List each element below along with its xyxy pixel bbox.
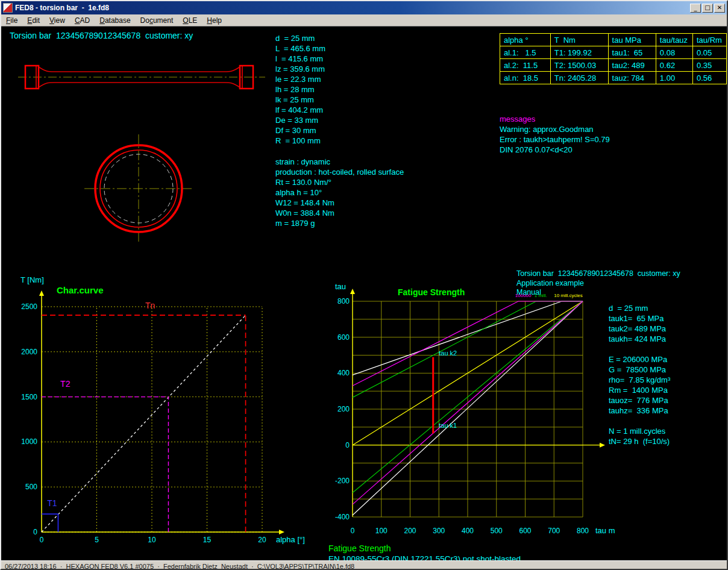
svg-text:-400: -400: [335, 513, 350, 521]
table-header-row: alpha ° T Nm tau MPa tau/tauz tau/Rm: [500, 34, 727, 46]
text-line: Rm = 1400 MPa: [609, 386, 670, 396]
text-line: rho= 7.85 kg/dm³: [609, 375, 670, 386]
svg-text:2000: 2000: [21, 348, 37, 356]
text-line: Application example: [516, 279, 680, 289]
text-line: d = 25 mm: [275, 34, 325, 44]
svg-text:800: 800: [577, 527, 589, 535]
text-line: lh = 28 mm: [275, 85, 325, 95]
menu-help[interactable]: Help: [202, 15, 227, 26]
text-line: alpha h = 10°: [275, 188, 404, 198]
text-line: tN= 29 h (f=10/s): [609, 437, 670, 447]
menu-document[interactable]: Document: [136, 15, 178, 26]
window-controls: _ □ ✕: [690, 4, 725, 13]
col-header-tau-rm: tau/Rm: [693, 34, 727, 46]
text-line: Torsion bar 123456789012345678 customer:…: [516, 269, 680, 279]
fatigue-caption-title: Fatigue Strength: [328, 543, 521, 554]
svg-text:600: 600: [519, 527, 531, 535]
messages-panel: messages Warning: approx.GoodmanError : …: [500, 114, 610, 155]
col-header-tau-tauz: tau/tauz: [656, 34, 692, 46]
svg-text:10: 10: [148, 536, 156, 544]
svg-text:0: 0: [345, 441, 350, 449]
menu-view[interactable]: View: [45, 15, 70, 26]
text-line: tauk2= 489 MPa: [609, 324, 670, 334]
text-line: m = 1879 g: [275, 219, 404, 229]
load-parameters: strain : dynamicproduction : hot-coiled,…: [275, 157, 404, 229]
text-line: Df = 30 mm: [275, 126, 325, 136]
results-table: alpha ° T Nm tau MPa tau/tauz tau/Rm al.…: [500, 33, 727, 84]
svg-text:tau k1: tau k1: [439, 422, 457, 429]
messages-lines: Warning: approx.GoodmanError : taukh>tau…: [500, 125, 610, 155]
title-bar: FED8 - torsion bar - 1e.fd8 _ □ ✕: [1, 1, 727, 14]
char-curve-chart: 0510152005001000150020002500alpha [°]T […: [13, 273, 315, 560]
text-line: le = 22.3 mm: [275, 75, 325, 85]
text-line: tauoz= 776 MPa: [609, 396, 670, 406]
material-info-panel: d = 25 mmtauk1= 65 MPatauk2= 489 MPatauk…: [609, 304, 670, 447]
text-line: Manual: [516, 288, 680, 298]
svg-text:1500: 1500: [21, 393, 37, 401]
svg-text:500: 500: [491, 527, 503, 535]
svg-text:600: 600: [337, 333, 350, 342]
svg-text:0: 0: [351, 527, 355, 535]
cross-section-view: [84, 134, 193, 243]
svg-text:Fatigue Strength: Fatigue Strength: [398, 287, 465, 297]
bar-body-top: [39, 67, 240, 72]
text-line: l = 415.6 mm: [275, 54, 325, 64]
client-area: Torsion bar 123456789012345678 customer:…: [1, 27, 727, 560]
bar-body-bottom: [39, 83, 240, 87]
menu-file[interactable]: File: [1, 15, 22, 26]
messages-title: messages: [500, 114, 610, 125]
text-line: Rt = 130.0 Nm/°: [275, 178, 404, 188]
torsion-bar-side-view: [18, 61, 266, 98]
text-line: d = 25 mm: [609, 304, 670, 314]
text-line: Error : taukh>tauhperm! S=0.79: [500, 135, 610, 145]
svg-text:T [Nm]: T [Nm]: [20, 275, 44, 284]
table-row: al.1: 1.5 T1: 199.92 tau1: 65 0.08 0.05: [500, 46, 727, 59]
app-icon: [3, 3, 13, 13]
text-line: taukh= 424 MPa: [609, 334, 670, 345]
svg-text:200: 200: [404, 527, 416, 535]
close-button[interactable]: ✕: [714, 4, 725, 13]
svg-text:400: 400: [337, 369, 350, 377]
col-header-tau: tau MPa: [608, 34, 656, 46]
status-text: 06/27/2013 18:16 · HEXAGON FED8 V6.1 #00…: [5, 563, 354, 570]
text-line: W0n = 388.4 Nm: [275, 208, 404, 219]
col-header-torque: T Nm: [550, 34, 608, 46]
svg-text:5: 5: [95, 536, 99, 544]
svg-text:T1: T1: [47, 498, 57, 508]
text-line: lz = 359.6 mm: [275, 64, 325, 75]
menu-cad[interactable]: CAD: [70, 15, 95, 26]
text-line: tauk1= 65 MPa: [609, 314, 670, 324]
svg-text:700: 700: [548, 527, 560, 535]
svg-text:20: 20: [258, 536, 266, 544]
table-row: al.2: 11.5 T2: 1500.03 tau2: 489 0.62 0.…: [500, 59, 727, 72]
maximize-button[interactable]: □: [702, 4, 713, 13]
fatigue-strength-chart: 0100200300400500600700800-400-2000200400…: [327, 267, 616, 550]
svg-text:alpha [°]: alpha [°]: [276, 535, 305, 544]
text-line: L = 465.6 mm: [275, 44, 325, 54]
text-line: lk = 25 mm: [275, 95, 325, 105]
svg-text:tau: tau: [335, 282, 346, 291]
svg-text:0: 0: [33, 528, 37, 536]
menu-database[interactable]: Database: [95, 15, 135, 26]
svg-text:500: 500: [25, 483, 37, 491]
text-line: R = 100 mm: [275, 136, 325, 146]
minimize-button[interactable]: _: [690, 4, 701, 13]
svg-text:-200: -200: [335, 477, 350, 485]
text-line: DIN 2076 0.07<d<20: [500, 145, 610, 155]
svg-text:400: 400: [462, 527, 474, 535]
status-bar: 06/27/2013 18:16 · HEXAGON FED8 V6.1 #00…: [1, 560, 727, 570]
material-standard-label: EN 10089-55Cr3 (DIN 17221 55Cr3) not sho…: [328, 554, 521, 560]
text-line: tauhz= 336 MPa: [609, 406, 670, 416]
text-line: lf = 404.2 mm: [275, 105, 325, 116]
bottom-caption: Fatigue Strength EN 10089-55Cr3 (DIN 172…: [328, 543, 521, 560]
table-row: al.n: 18.5 Tn: 2405.28 tauz: 784 1.00 0.…: [500, 72, 727, 84]
menu-ole[interactable]: OLE: [178, 15, 202, 26]
menu-edit[interactable]: Edit: [22, 15, 45, 26]
svg-text:200: 200: [337, 405, 350, 413]
svg-text:T2: T2: [60, 379, 71, 389]
svg-text:2500: 2500: [21, 302, 37, 311]
text-line: [609, 416, 670, 427]
text-line: Warning: approx.Goodman: [500, 125, 610, 135]
svg-text:800: 800: [337, 297, 350, 305]
geometry-parameters: d = 25 mmL = 465.6 mml = 415.6 mmlz = 35…: [275, 34, 325, 146]
